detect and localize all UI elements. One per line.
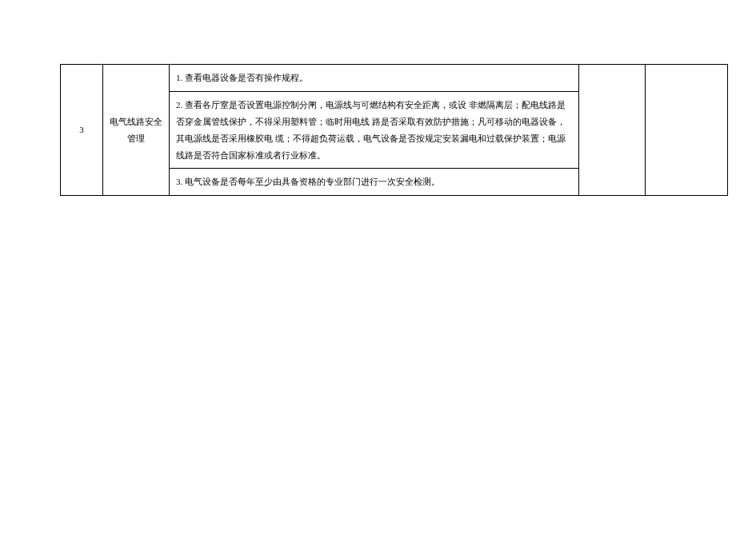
content-item-3: 3. 电气设备是否每年至少由具备资格的专业部门进行一次安全检测。 bbox=[170, 169, 579, 196]
table-row: 3 电气线路安全管理 1. 查看电器设备是否有操作规程。 bbox=[61, 65, 728, 92]
content-text-3: 3. 电气设备是否每年至少由具备资格的专业部门进行一次安全检测。 bbox=[176, 177, 440, 186]
content-item-2: 2. 查看各厅室是否设置电源控制分闸，电源线与可燃结构有安全距离，或设 非燃隔离… bbox=[170, 91, 579, 169]
safety-table: 3 电气线路安全管理 1. 查看电器设备是否有操作规程。 2. 查看各厅室是否设… bbox=[60, 64, 728, 196]
row-number-cell: 3 bbox=[61, 65, 103, 196]
content-text-2: 2. 查看各厅室是否设置电源控制分闸，电源线与可燃结构有安全距离，或设 非燃隔离… bbox=[176, 100, 566, 160]
category-cell: 电气线路安全管理 bbox=[103, 65, 170, 196]
blank-cell-2 bbox=[646, 65, 728, 196]
content-text-1: 1. 查看电器设备是否有操作规程。 bbox=[176, 73, 308, 82]
blank-cell-1 bbox=[579, 65, 646, 196]
table-container: 3 电气线路安全管理 1. 查看电器设备是否有操作规程。 2. 查看各厅室是否设… bbox=[0, 0, 756, 196]
content-item-1: 1. 查看电器设备是否有操作规程。 bbox=[170, 65, 579, 92]
category-label: 电气线路安全管理 bbox=[110, 117, 162, 143]
row-number: 3 bbox=[79, 125, 84, 134]
